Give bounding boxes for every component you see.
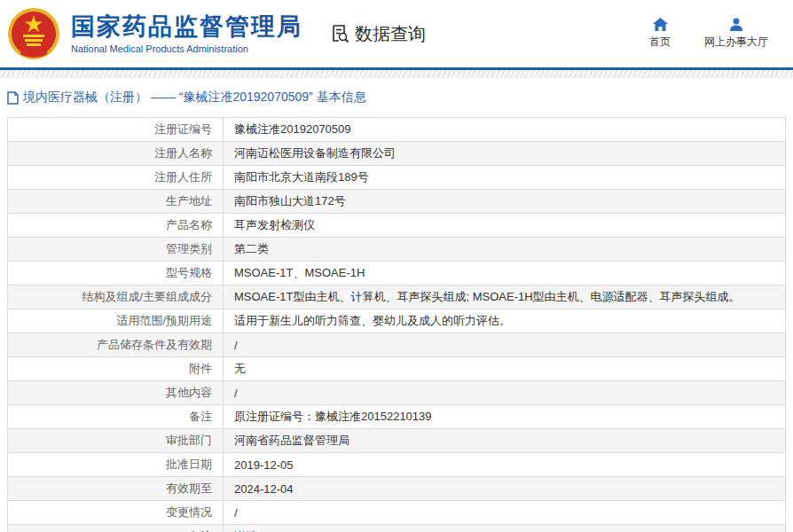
brand-titles: 国家药品监督管理局 National Medical Products Admi…: [71, 13, 302, 53]
table-row: 管理类别 第二类: [8, 238, 785, 262]
table-row: 附件 无: [8, 357, 785, 381]
row-label: 管理类别: [8, 238, 224, 261]
table-row: 有效期至 2024-12-04: [8, 477, 785, 501]
table-row: 注册人住所 南阳市北京大道南段189号: [8, 166, 785, 190]
table-row: 审批部门 河南省药品监督管理局: [8, 429, 785, 453]
table-row: 注册人名称 河南迈松医用设备制造有限公司: [8, 142, 785, 166]
table-row: 其他内容 /: [8, 381, 785, 405]
row-value: 豫械注准20192070509: [224, 118, 785, 141]
row-label: 批准日期: [8, 453, 224, 476]
table-row: 变更情况 /: [8, 501, 785, 525]
nav-item-service-hall[interactable]: 网上办事大厅: [704, 18, 768, 50]
row-value: 适用于新生儿的听力筛查、婴幼儿及成人的听力评估。: [224, 309, 785, 332]
breadcrumb: 境内医疗器械（注册） —— “豫械注准20192070509” 基本信息: [7, 90, 793, 106]
row-label: 注册证编号: [8, 118, 224, 141]
national-emblem-logo: [7, 7, 60, 60]
row-label: 审批部门: [8, 429, 224, 452]
row-value: MSOAE-1T、MSOAE-1H: [224, 262, 785, 285]
row-label: 附件: [8, 357, 224, 380]
table-row: 型号规格 MSOAE-1T、MSOAE-1H: [8, 262, 785, 286]
row-label: 变更情况: [8, 501, 224, 524]
info-table: 注册证编号 豫械注准20192070509 注册人名称 河南迈松医用设备制造有限…: [7, 117, 786, 532]
row-label: 生产地址: [8, 190, 224, 213]
data-query-label: 数据查询: [355, 22, 426, 46]
row-label: 注册人名称: [8, 142, 224, 165]
table-row: 产品储存条件及有效期 /: [8, 333, 785, 357]
table-row: 结构及组成/主要组成成分 MSOAE-1T型由主机、计算机、耳声探头组成; MS…: [8, 286, 785, 309]
header: 国家药品监督管理局 National Medical Products Admi…: [0, 0, 793, 67]
row-label: 产品储存条件及有效期: [8, 333, 224, 356]
hatched-strip: [0, 70, 793, 78]
row-value: 河南迈松医用设备制造有限公司: [224, 142, 785, 165]
row-value: 河南省药品监督管理局: [224, 429, 785, 452]
row-value: 耳声发射检测仪: [224, 214, 785, 237]
row-value: 2024-12-04: [224, 477, 785, 500]
header-nav: 首页 网上办事大厅: [649, 18, 793, 50]
table-row: 注册证编号 豫械注准20192070509: [8, 118, 785, 142]
row-value: 南阳市独山大道172号: [224, 190, 785, 213]
nav-item-home[interactable]: 首页: [649, 18, 671, 50]
row-label: 注册人住所: [8, 166, 224, 189]
row-label: 产品名称: [8, 214, 224, 237]
table-row: 适用范围/预期用途 适用于新生儿的听力筛查、婴幼儿及成人的听力评估。: [8, 309, 785, 333]
document-search-icon: [329, 23, 350, 44]
table-row: 生产地址 南阳市独山大道172号: [8, 190, 785, 214]
agency-title-cn: 国家药品监督管理局: [71, 13, 302, 41]
row-label: 其他内容: [8, 381, 224, 404]
row-label: 结构及组成/主要组成成分: [8, 286, 224, 309]
table-row: 注 详情: [8, 525, 785, 532]
nav-item-label: 首页: [649, 35, 671, 50]
agency-title-en: National Medical Products Administration: [71, 43, 302, 54]
person-icon: [729, 18, 743, 31]
row-label: 有效期至: [8, 477, 224, 500]
home-icon: [653, 18, 668, 31]
nav-item-label: 网上办事大厅: [704, 35, 768, 50]
row-label: 适用范围/预期用途: [8, 309, 224, 332]
row-value: MSOAE-1T型由主机、计算机、耳声探头组成; MSOAE-1H型由主机、电源…: [224, 286, 785, 309]
row-value: 南阳市北京大道南段189号: [224, 166, 785, 189]
table-row: 备注 原注册证编号：豫械注准20152210139: [8, 405, 785, 429]
page-title: 境内医疗器械（注册） —— “豫械注准20192070509” 基本信息: [23, 90, 366, 106]
row-label: 注: [8, 525, 224, 532]
detail-link[interactable]: 详情: [234, 528, 257, 532]
row-value: 原注册证编号：豫械注准20152210139: [224, 405, 785, 428]
row-value: 第二类: [224, 238, 785, 261]
table-row: 批准日期 2019-12-05: [8, 453, 785, 477]
table-row: 产品名称 耳声发射检测仪: [8, 214, 785, 238]
row-value: 详情: [224, 525, 785, 532]
document-icon: [7, 91, 19, 105]
row-value: /: [224, 381, 785, 404]
row-label: 备注: [8, 405, 224, 428]
row-value: /: [224, 333, 785, 356]
row-value: 2019-12-05: [224, 453, 785, 476]
row-value: /: [224, 501, 785, 524]
row-label: 型号规格: [8, 262, 224, 285]
row-value: 无: [224, 357, 785, 380]
data-query-section[interactable]: 数据查询: [329, 22, 426, 46]
